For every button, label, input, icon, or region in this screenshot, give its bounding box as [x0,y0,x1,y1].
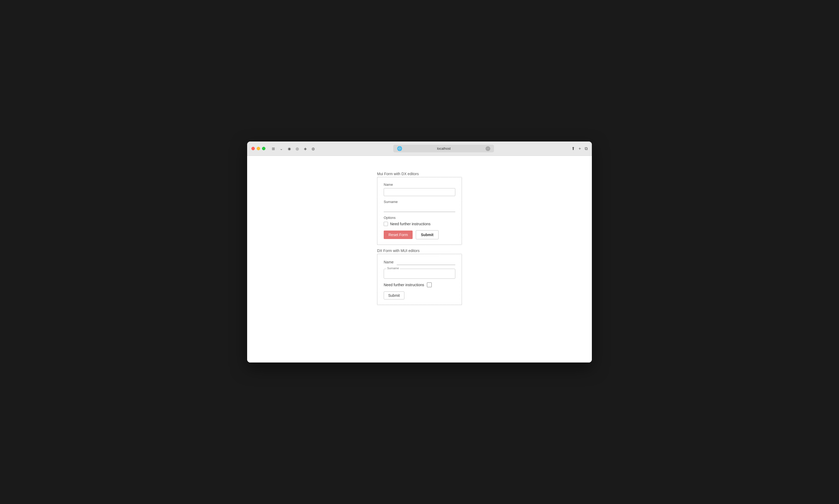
close-button[interactable] [251,147,255,150]
form2-surname-input[interactable] [384,269,455,279]
form1-submit-button[interactable]: Submit [416,230,438,239]
form1-options-label: Options [384,216,455,220]
globe-icon: 🌐 [397,146,402,151]
sidebar-icon[interactable]: ⊞ [271,146,276,151]
form1-name-input[interactable] [384,188,455,196]
form1-checkbox-label: Need further instructions [390,222,431,226]
form1-box: Name Surname Options Need further instru… [377,177,462,245]
chevron-down-icon[interactable]: ⌄ [279,146,284,151]
shield-icon[interactable]: ◈ [302,146,308,151]
form2-checkbox[interactable] [427,283,432,287]
form2-name-input[interactable] [397,259,455,265]
browser-icons: ⊞ ⌄ ◉ ◎ ◈ ◍ [271,146,316,151]
minimize-button[interactable] [257,147,260,150]
more-options-button[interactable]: ··· [486,146,490,151]
form2-checkbox-row: Need further instructions [384,283,455,287]
browser-chrome: ⊞ ⌄ ◉ ◎ ◈ ◍ 🌐 localhost ··· ⬆ + ⧉ [247,142,592,156]
browser-actions: ⬆ + ⧉ [572,146,588,151]
traffic-lights [251,147,265,150]
form1-title: Mui Form with DX editors [377,172,462,176]
form2-name-row: Name [384,259,455,265]
address-bar[interactable]: 🌐 localhost ··· [393,145,494,152]
eye-icon[interactable]: ◉ [287,146,292,151]
maximize-button[interactable] [262,147,265,150]
profile-icon[interactable]: ◍ [311,146,316,151]
form2-title: DX Form with MUI editors [377,249,462,253]
form2-surname-label: Surname [386,267,400,270]
form2-checkbox-label: Need further instructions [384,283,424,287]
tabs-icon[interactable]: ⧉ [585,146,588,151]
form1-checkbox-row: Need further instructions [384,222,455,226]
form2-name-label: Name [384,260,394,264]
form1-name-label: Name [384,183,455,186]
new-tab-icon[interactable]: + [579,146,581,151]
form2-surname-wrapper: Surname [384,269,455,279]
form1-surname-label: Surname [384,200,455,204]
browser-window: ⊞ ⌄ ◉ ◎ ◈ ◍ 🌐 localhost ··· ⬆ + ⧉ Mui Fo… [247,142,592,362]
form1-reset-button[interactable]: Reset Form [384,231,413,239]
form2-submit-button[interactable]: Submit [384,291,404,300]
share-icon[interactable]: ⬆ [572,146,575,151]
rss-icon[interactable]: ◎ [295,146,300,151]
form1-checkbox[interactable] [384,222,388,226]
url-text: localhost [404,146,484,150]
form2-box: Name Surname Need further instructions S… [377,254,462,305]
address-bar-container: 🌐 localhost ··· [319,145,568,152]
forms-container: Mui Form with DX editors Name Surname Op… [377,172,462,309]
page-content: Mui Form with DX editors Name Surname Op… [247,156,592,362]
form1-surname-input[interactable] [384,205,455,212]
form1-buttons: Reset Form Submit [384,230,455,239]
